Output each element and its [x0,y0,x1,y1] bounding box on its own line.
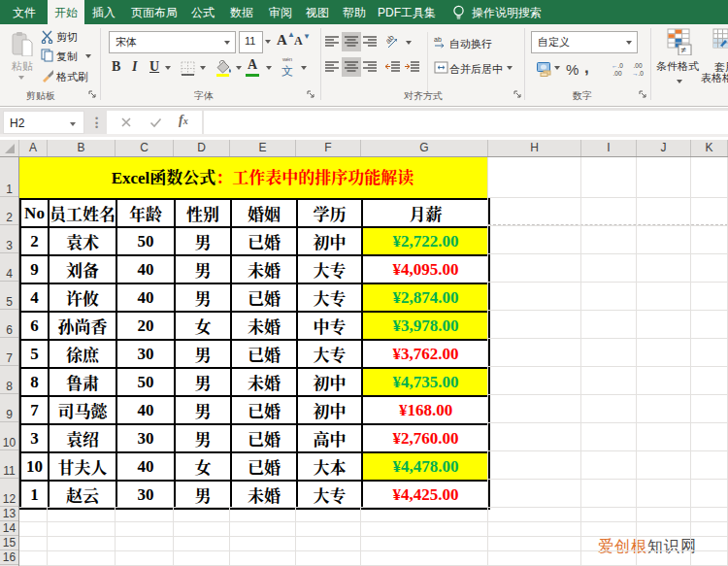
svg-text:ab: ab [386,34,396,46]
svg-text:≠: ≠ [681,45,687,55]
svg-text:ab: ab [434,36,442,43]
